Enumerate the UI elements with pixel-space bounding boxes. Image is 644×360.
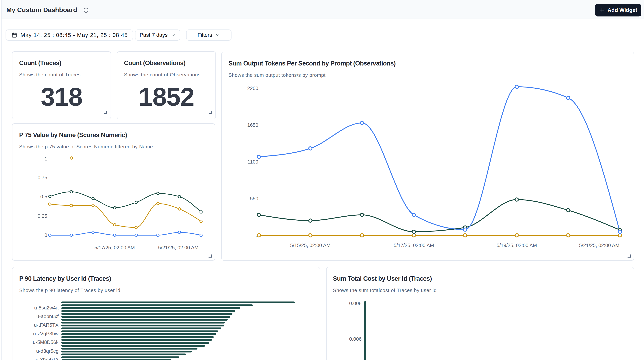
svg-text:0: 0 <box>44 232 47 238</box>
svg-text:0.75: 0.75 <box>38 175 47 180</box>
svg-text:u-zVqP3hw: u-zVqP3hw <box>33 331 58 336</box>
svg-text:u-d3qr5cg: u-d3qr5cg <box>36 348 58 354</box>
svg-text:u-aobnuxf: u-aobnuxf <box>36 313 58 319</box>
svg-text:u-8sq2w4a: u-8sq2w4a <box>34 305 59 311</box>
svg-text:0.5: 0.5 <box>40 194 47 200</box>
svg-text:u-5M8D56k: u-5M8D56k <box>33 339 59 345</box>
svg-text:u-8fVa9T3: u-8fVa9T3 <box>36 357 58 360</box>
svg-text:0.006: 0.006 <box>349 336 362 342</box>
svg-text:0.25: 0.25 <box>38 213 47 219</box>
svg-text:5/15/25, 02:00 AM: 5/15/25, 02:00 AM <box>290 242 330 248</box>
svg-text:1650: 1650 <box>247 122 258 128</box>
svg-text:0.008: 0.008 <box>349 300 362 306</box>
svg-text:u-tFAR5TX: u-tFAR5TX <box>34 322 58 328</box>
svg-text:5/17/25, 02:00 AM: 5/17/25, 02:00 AM <box>94 245 135 250</box>
svg-text:1: 1 <box>44 156 47 162</box>
svg-text:5/17/25, 02:00 AM: 5/17/25, 02:00 AM <box>394 242 434 248</box>
svg-text:5/21/25, 02:00 AM: 5/21/25, 02:00 AM <box>158 245 198 250</box>
svg-text:5/21/25, 02:00 AM: 5/21/25, 02:00 AM <box>579 242 619 248</box>
svg-text:2200: 2200 <box>247 85 258 91</box>
svg-text:550: 550 <box>250 196 258 201</box>
svg-text:1100: 1100 <box>248 159 258 165</box>
svg-text:5/19/25, 02:00 AM: 5/19/25, 02:00 AM <box>496 242 537 248</box>
